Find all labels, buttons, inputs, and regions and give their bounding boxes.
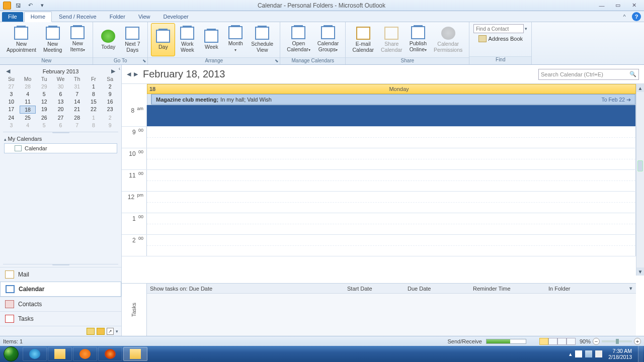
view-normal-button[interactable]	[539, 338, 548, 345]
nav-mail-button[interactable]: Mail	[0, 267, 121, 282]
next-day-button[interactable]: ▶	[134, 71, 138, 77]
taskbar-wmp[interactable]	[73, 347, 97, 361]
next-7-days-button[interactable]: Next 7Days	[120, 23, 144, 56]
date-cell[interactable]: 10	[3, 98, 20, 105]
start-button[interactable]	[0, 346, 22, 362]
new-items-button[interactable]: NewItems▾	[65, 23, 90, 56]
minimize-button[interactable]: —	[596, 2, 608, 10]
date-cell[interactable]: 4	[20, 122, 36, 129]
open-calendar-button[interactable]: OpenCalendar▾	[283, 23, 314, 56]
hour-cell[interactable]	[147, 213, 636, 234]
date-cell[interactable]: 25	[20, 114, 36, 121]
view-calendar-button[interactable]	[548, 338, 557, 345]
hour-row[interactable]: 9 00	[122, 127, 636, 148]
goto-launcher-icon[interactable]: ⬊	[142, 58, 146, 63]
date-cell[interactable]: 30	[52, 83, 69, 90]
scroll-up-icon[interactable]: ▲	[636, 84, 644, 92]
search-calendar-input[interactable]: Search Calendar (Ctrl+E) 🔍	[538, 69, 639, 80]
nav-contacts-button[interactable]: Contacts	[0, 297, 121, 311]
date-cell[interactable]: 24	[3, 114, 20, 121]
date-cell[interactable]: 8	[86, 90, 102, 98]
date-cell[interactable]: 5	[36, 122, 52, 129]
tasks-col-start[interactable]: Start Date	[344, 286, 405, 292]
email-calendar-button[interactable]: E-mailCalendar	[349, 23, 377, 56]
next-month-button[interactable]: ▶	[111, 68, 115, 74]
date-cell[interactable]: 6	[52, 90, 69, 98]
zoom-slider[interactable]	[602, 340, 632, 342]
date-cell[interactable]: 28	[69, 114, 86, 121]
date-cell[interactable]: 22	[86, 106, 102, 114]
vertical-scrollbar[interactable]: ▲ ▼	[636, 84, 644, 276]
date-cell[interactable]: 2	[102, 83, 118, 90]
folder-shortcut2-icon[interactable]	[97, 328, 105, 335]
view-reading-button[interactable]	[567, 338, 576, 345]
date-cell[interactable]: 28	[20, 83, 36, 90]
date-cell[interactable]: 19	[36, 106, 52, 114]
hour-cell[interactable]	[147, 192, 636, 213]
tasks-col-reminder[interactable]: Reminder Time	[470, 286, 545, 292]
date-cell[interactable]: 8	[86, 122, 102, 129]
taskbar-ie[interactable]	[23, 347, 47, 361]
show-desktop-button[interactable]	[638, 346, 643, 362]
date-cell[interactable]: 4	[20, 90, 36, 98]
qat-save-icon[interactable]: 🖫	[13, 1, 23, 10]
configure-buttons-icon[interactable]: ▾	[116, 329, 118, 334]
date-cell[interactable]: 18	[20, 106, 36, 114]
date-cell[interactable]: 31	[69, 83, 86, 90]
find-contact-input[interactable]	[473, 24, 524, 33]
date-cell[interactable]: 1	[86, 114, 102, 121]
date-cell[interactable]: 3	[3, 122, 20, 129]
tab-view[interactable]: View	[132, 12, 156, 22]
hour-cell[interactable]	[147, 148, 636, 169]
new-appointment-button[interactable]: NewAppointment	[3, 23, 40, 56]
date-cell[interactable]: 16	[102, 98, 118, 105]
prev-day-button[interactable]: ◀	[127, 71, 131, 77]
tasks-header[interactable]: Show tasks on: Due Date Start Date Due D…	[147, 284, 636, 294]
allday-row[interactable]: Magazine club meeting; In my hall; Vald …	[147, 94, 636, 105]
tab-send-receive[interactable]: Send / Receive	[53, 12, 103, 22]
maximize-button[interactable]: ▭	[612, 2, 624, 10]
date-cell[interactable]: 6	[52, 122, 69, 129]
taskbar-outlook[interactable]	[123, 347, 147, 361]
nav-tasks-button[interactable]: Tasks	[0, 311, 121, 326]
tab-developer[interactable]: Developer	[157, 12, 195, 22]
tab-home[interactable]: Home	[24, 12, 52, 22]
date-cell[interactable]: 15	[86, 98, 102, 105]
day-header[interactable]: 18 Monday	[147, 84, 636, 94]
schedule-view-button[interactable]: ScheduleView	[248, 23, 277, 56]
qat-undo-icon[interactable]: ↶	[25, 1, 35, 10]
date-cell[interactable]: 3	[3, 90, 20, 98]
close-button[interactable]: ✕	[628, 2, 640, 10]
allday-appointment[interactable]: Magazine club meeting; In my hall; Vald …	[151, 94, 635, 105]
hour-cell[interactable]	[147, 235, 636, 256]
date-cell[interactable]: 14	[69, 98, 86, 105]
date-cell[interactable]: 9	[102, 122, 118, 129]
share-calendar-button[interactable]: ShareCalendar	[377, 23, 406, 56]
date-cell[interactable]: 5	[36, 90, 52, 98]
taskbar-firefox[interactable]	[98, 347, 122, 361]
tab-folder[interactable]: Folder	[104, 12, 131, 22]
zoom-out-button[interactable]: −	[593, 338, 600, 345]
month-view-button[interactable]: Month▾	[223, 23, 248, 56]
scroll-thumb[interactable]	[637, 160, 643, 171]
hour-cell[interactable]	[147, 105, 636, 126]
calendar-checkbox-icon[interactable]	[15, 145, 22, 151]
today-button[interactable]: Today	[96, 23, 120, 56]
date-cell[interactable]: 23	[102, 106, 118, 114]
prev-month-button[interactable]: ◀	[6, 68, 10, 74]
date-cell[interactable]: 13	[52, 98, 69, 105]
notes-shortcut-icon[interactable]: ↗	[107, 328, 114, 335]
date-cell[interactable]: 11	[20, 98, 36, 105]
date-cell[interactable]: 12	[36, 98, 52, 105]
week-view-button[interactable]: Week	[199, 23, 223, 56]
date-cell[interactable]: 7	[69, 122, 86, 129]
date-cell[interactable]: 7	[69, 90, 86, 98]
tray-volume-icon[interactable]	[595, 350, 602, 357]
date-cell[interactable]: 27	[3, 83, 20, 90]
folder-shortcut-icon[interactable]	[87, 328, 95, 335]
new-meeting-button[interactable]: NewMeeting	[40, 23, 65, 56]
nav-collapse-icon[interactable]: ‹	[119, 66, 120, 71]
taskbar-explorer[interactable]	[48, 347, 72, 361]
calendar-list-item[interactable]: Calendar	[4, 143, 117, 153]
tasks-dropdown-icon[interactable]: ▾	[626, 285, 636, 292]
